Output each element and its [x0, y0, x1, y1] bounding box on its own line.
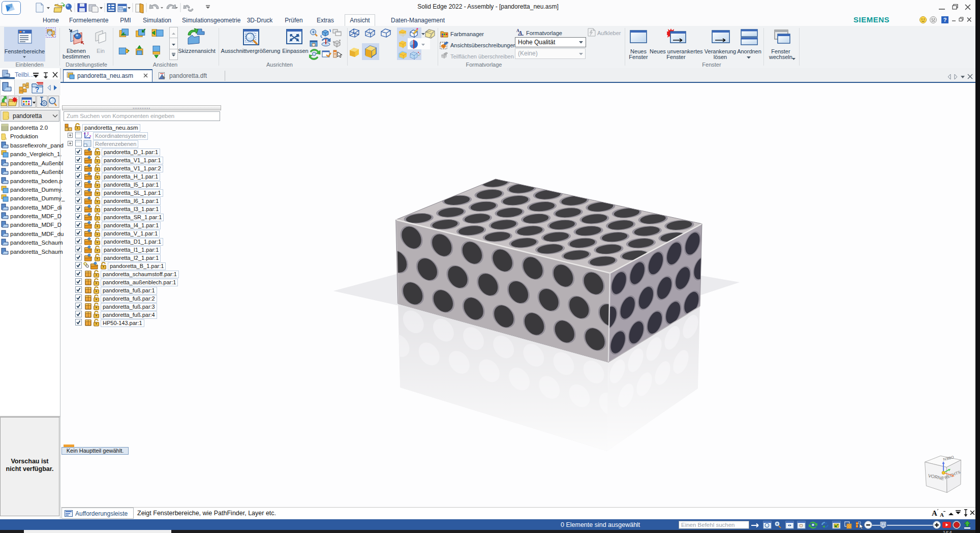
- svg-text:x: x: [89, 134, 91, 137]
- svg-text:?: ?: [943, 17, 947, 23]
- svg-text:A: A: [940, 512, 944, 518]
- svg-text:Y: Y: [87, 132, 89, 135]
- svg-text:z: z: [84, 132, 85, 135]
- svg-text:?: ?: [35, 85, 40, 94]
- svg-text:A: A: [518, 29, 522, 36]
- svg-text:A: A: [932, 509, 937, 517]
